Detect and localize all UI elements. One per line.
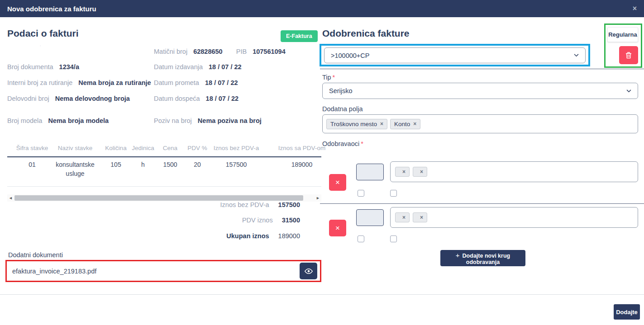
approver-chip: × bbox=[395, 212, 410, 222]
col-pdv: PDV % bbox=[186, 145, 209, 151]
cell-naziv: konsultantske usluge bbox=[50, 160, 100, 179]
invoice-data-heading: Podaci o fakturi bbox=[7, 28, 79, 39]
submit-button[interactable]: Dodajte bbox=[614, 304, 640, 320]
cell-cena: 1500 bbox=[155, 160, 186, 179]
konto-checkbox[interactable] bbox=[390, 190, 397, 197]
tag-close-icon[interactable]: × bbox=[402, 214, 405, 221]
col-kolicina: Količina bbox=[100, 145, 131, 151]
template-select-value: >100000+CP bbox=[331, 52, 369, 59]
close-icon[interactable]: × bbox=[633, 5, 637, 12]
round-options bbox=[358, 190, 401, 197]
add-round-label: Dodajte novi krug odobravanja bbox=[463, 253, 510, 265]
field-label: Datum dospeća bbox=[154, 95, 200, 102]
total-value: 189000 bbox=[278, 232, 300, 240]
field-poziv-na-broj: Poziv na broj Nema poziva na broj bbox=[154, 117, 262, 124]
chevron-down-icon bbox=[626, 89, 631, 93]
add-round-button[interactable]: +Dodajte novi krug odobravanja bbox=[440, 250, 525, 266]
pib-label: PIB bbox=[236, 48, 247, 55]
field-datum-izdavanja: Datum izdavanja 18 / 07 / 22 bbox=[154, 63, 242, 71]
chevron-down-icon bbox=[574, 54, 579, 57]
round-options bbox=[358, 236, 401, 242]
footer-divider bbox=[0, 294, 644, 295]
tip-select[interactable]: Serijsko bbox=[322, 83, 638, 99]
field-label: Broj modela bbox=[7, 117, 42, 124]
troskovno-mesto-checkbox[interactable] bbox=[358, 236, 364, 242]
required-asterisk: * bbox=[361, 140, 363, 147]
field-value: Nema broja modela bbox=[48, 117, 109, 124]
cell-iznos-bez: 157500 bbox=[209, 160, 263, 179]
col-naziv-stavke: Naziv stavke bbox=[50, 145, 100, 151]
field-value: Nema delovodnog broja bbox=[55, 95, 130, 102]
scroll-left-icon[interactable]: ◄ bbox=[9, 196, 13, 200]
delete-template-button[interactable] bbox=[619, 46, 638, 64]
scroll-right-icon[interactable]: ► bbox=[316, 196, 320, 200]
maticni-broj-label: Matični broj bbox=[154, 48, 187, 55]
field-label: Delovodni broj bbox=[7, 95, 49, 102]
total-label: PDV iznos bbox=[242, 217, 273, 224]
approvers-input[interactable]: × × bbox=[390, 161, 638, 182]
cell-kolicina: 105 bbox=[100, 160, 131, 179]
field-value: 18 / 07 / 22 bbox=[205, 79, 238, 86]
field-value: Nema poziva na broj bbox=[198, 117, 262, 124]
field-label: Interni broj za rutiranje bbox=[7, 79, 72, 86]
tip-label: Tip* bbox=[322, 74, 335, 81]
tag-label: Troškovno mesto bbox=[330, 121, 377, 127]
table-row: 01 konsultantske usluge 105 h 1500 20 15… bbox=[7, 160, 342, 179]
cell-sifra: 01 bbox=[14, 160, 50, 179]
col-sifra-stavke: Šifra stavke bbox=[14, 145, 50, 151]
scrollbar-thumb[interactable] bbox=[14, 195, 303, 201]
view-document-button[interactable] bbox=[300, 263, 317, 279]
tip-select-value: Serijsko bbox=[329, 87, 353, 94]
template-select[interactable]: >100000+CP bbox=[324, 47, 586, 63]
maticni-broj-value: 62828650 bbox=[193, 48, 223, 55]
tag-close-icon[interactable]: × bbox=[420, 169, 423, 175]
extra-fields-input[interactable]: Troškovno mesto × Konto × bbox=[322, 114, 638, 133]
field-label: Broj dokumenta bbox=[7, 63, 53, 71]
round-number bbox=[356, 164, 384, 180]
approval-heading: Odobrenica fakture bbox=[322, 28, 410, 39]
required-asterisk: * bbox=[333, 74, 335, 81]
total-label: Iznos bez PDV-a bbox=[220, 201, 269, 208]
remove-round-button[interactable]: × bbox=[329, 174, 346, 191]
tag-close-icon[interactable]: × bbox=[420, 214, 423, 221]
document-filename: efaktura_invoice_219183.pdf bbox=[12, 268, 96, 275]
cell-pdv: 20 bbox=[186, 160, 209, 179]
total-value: 31500 bbox=[282, 217, 300, 224]
stray-mark: · bbox=[40, 44, 41, 47]
approval-panel: Odobrenica fakture Regularna >100000+CP … bbox=[322, 17, 644, 288]
pib-value: 107561094 bbox=[253, 48, 286, 55]
approvers-input[interactable]: × × bbox=[390, 207, 638, 228]
approver-chip: × bbox=[413, 212, 427, 222]
modal-header: Nova odobrenica za fakturu × bbox=[0, 0, 644, 17]
document-row: efaktura_invoice_219183.pdf bbox=[7, 261, 320, 281]
field-datum-dospeca: Datum dospeća 18 / 07 / 22 bbox=[154, 95, 239, 102]
tag-label: Konto bbox=[394, 121, 410, 127]
tag-close-icon[interactable]: × bbox=[380, 121, 383, 127]
troskovno-mesto-checkbox[interactable] bbox=[358, 190, 364, 197]
company-meta-row: Matični broj 62828650 PIB 107561094 bbox=[154, 48, 286, 55]
remove-round-button[interactable]: × bbox=[329, 220, 346, 236]
field-broj-modela: Broj modela Nema broja modela bbox=[7, 117, 109, 124]
col-cena: Cena bbox=[155, 145, 186, 151]
tag-close-icon[interactable]: × bbox=[413, 121, 416, 127]
field-label: Datum izdavanja bbox=[154, 63, 203, 71]
round-number bbox=[356, 209, 384, 226]
col-jedinica: Jedinica bbox=[131, 145, 155, 151]
total-label: Ukupan iznos bbox=[226, 232, 269, 240]
field-label: Datum prometa bbox=[154, 79, 199, 86]
plus-icon: + bbox=[456, 251, 460, 259]
field-broj-dokumenta: Broj dokumenta 1234/a bbox=[7, 63, 79, 71]
section-divider bbox=[320, 69, 644, 69]
konto-checkbox[interactable] bbox=[390, 236, 397, 242]
tag-konto: Konto × bbox=[390, 119, 420, 129]
field-value: Nema broja za rutiranje bbox=[78, 79, 151, 86]
approvers-label: Odobravaoci* bbox=[322, 140, 363, 147]
tag-close-icon[interactable]: × bbox=[402, 169, 405, 175]
documents-label: Dodatni dokumenti bbox=[8, 251, 63, 259]
extra-fields-label: Dodatna polja bbox=[322, 105, 363, 113]
invoice-approval-modal: Nova odobrenica za fakturu × Podaci o fa… bbox=[0, 0, 644, 325]
approver-chip: × bbox=[413, 167, 427, 177]
regularna-button[interactable]: Regularna bbox=[607, 27, 638, 42]
table-row-divider bbox=[7, 186, 321, 187]
eye-icon bbox=[305, 268, 313, 274]
